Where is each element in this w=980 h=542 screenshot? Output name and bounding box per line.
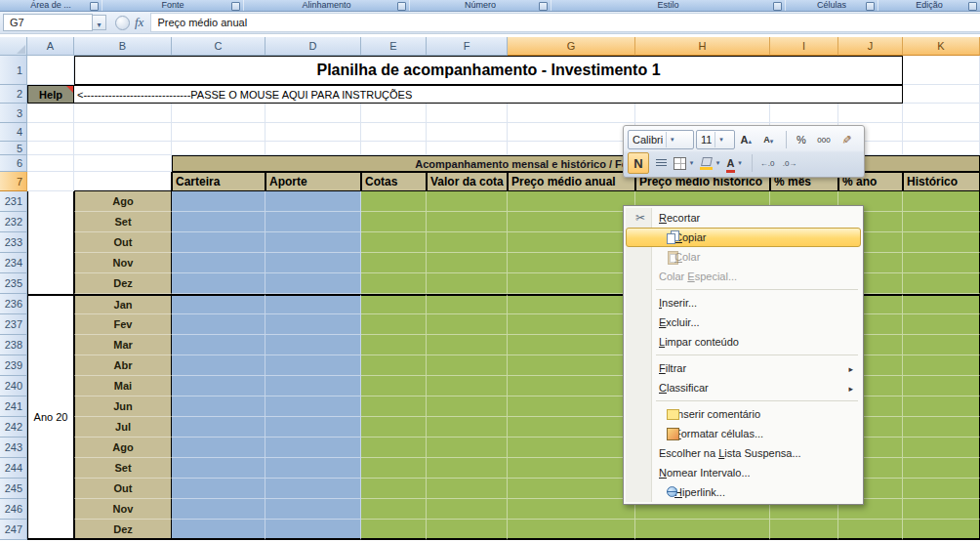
cell-D241[interactable] [265,396,361,417]
column-header-B[interactable]: B [74,37,172,56]
cell-F245[interactable] [427,479,508,499]
cell-G5[interactable] [508,142,635,155]
cell-G247[interactable] [508,520,635,540]
percent-style-button[interactable]: % [791,129,812,150]
row-header-239[interactable]: 239 [0,355,27,376]
cell-B234[interactable]: Nov [74,253,172,273]
column-header-J[interactable]: J [838,37,903,56]
cell-G234[interactable] [508,253,635,273]
row-header-238[interactable]: 238 [0,335,27,355]
cell-G241[interactable] [508,396,635,417]
column-header-A[interactable]: A [27,37,74,56]
grow-font-button[interactable]: A [737,129,758,150]
cell-C239[interactable] [172,355,265,376]
cell-G239[interactable] [508,355,635,376]
align-center-button[interactable] [650,152,672,174]
cell-K231[interactable] [903,191,980,212]
menu-item-hiperlink[interactable]: Hiperlink... [626,482,861,502]
cell-F243[interactable] [427,438,508,458]
cell-E242[interactable] [361,417,427,438]
cell-C232[interactable] [172,212,265,232]
cell-C246[interactable] [172,499,265,520]
cell-E4[interactable] [361,123,427,142]
row-header-236[interactable]: 236 [0,294,27,314]
cell-D231[interactable] [265,191,361,212]
row-header-243[interactable]: 243 [0,438,27,458]
cell-E247[interactable] [361,520,427,540]
cell-K4[interactable] [903,123,980,142]
dialog-launcher-icon[interactable] [968,2,977,11]
cell-F231[interactable] [427,191,508,212]
format-painter-button[interactable] [836,129,857,150]
cell-H3[interactable] [635,104,770,123]
table-header-valor-da-cota[interactable]: Valor da cota [427,172,508,191]
cell-F239[interactable] [427,355,508,376]
column-header-F[interactable]: F [427,37,508,56]
cell-D3[interactable] [265,104,361,123]
cell-C238[interactable] [172,335,265,355]
row-header-246[interactable]: 246 [0,499,27,520]
cell-G238[interactable] [508,335,635,355]
decrease-decimal-button[interactable]: .0→ [779,152,800,174]
cell-G231[interactable] [508,191,635,212]
cell-G236[interactable] [508,294,635,314]
cell-G232[interactable] [508,212,635,232]
row-header-247[interactable]: 247 [0,520,27,540]
ribbon-group-alinhamento[interactable]: Alinhamento [244,0,410,11]
row-header-237[interactable]: 237 [0,314,27,335]
cell-G4[interactable] [508,123,635,142]
column-header-D[interactable]: D [265,37,361,56]
cell-B240[interactable]: Mai [74,376,172,396]
row-header-5[interactable]: 5 [0,142,27,155]
row-header-245[interactable]: 245 [0,479,27,499]
cell-G240[interactable] [508,376,635,396]
menu-item-recortar[interactable]: Recortar [626,208,861,228]
cell-G243[interactable] [508,438,635,458]
cell-K242[interactable] [903,417,980,438]
cell-A3[interactable] [27,104,74,123]
menu-item-nomear-intervalo[interactable]: Nomear Intervalo... [626,463,861,482]
shrink-font-button[interactable]: A [759,129,781,150]
menu-item-copiar[interactable]: Copiar [626,228,861,247]
cell-K246[interactable] [903,499,980,520]
cell-E233[interactable] [361,232,427,253]
cell-C245[interactable] [172,479,265,499]
cell-K245[interactable] [903,479,980,499]
cell-C241[interactable] [172,396,265,417]
cell-F246[interactable] [427,499,508,520]
cell-H247[interactable] [635,520,770,540]
cell-F244[interactable] [427,458,508,479]
cell-G245[interactable] [508,479,635,499]
cell-E236[interactable] [361,294,427,314]
cell-K5[interactable] [903,142,980,155]
cell-F3[interactable] [427,104,508,123]
cell-F237[interactable] [427,314,508,335]
menu-item-inserir[interactable]: Inserir... [626,293,861,313]
cell-E237[interactable] [361,314,427,335]
menu-item-classificar[interactable]: Classificar [626,378,861,397]
row-header-244[interactable]: 244 [0,458,27,479]
cell-K243[interactable] [903,438,980,458]
menu-item-inserir-comentario[interactable]: Inserir comentário [626,404,861,424]
cell-K241[interactable] [903,396,980,417]
cell-E231[interactable] [361,191,427,212]
menu-item-colar[interactable]: Colar [626,247,861,267]
cell-I247[interactable] [770,520,838,540]
cell-E240[interactable] [361,376,427,396]
cell-D247[interactable] [265,520,361,540]
row-header-7[interactable]: 7 [0,172,27,191]
cell-C244[interactable] [172,458,265,479]
cell-C234[interactable] [172,253,265,273]
menu-item-excluir[interactable]: Excluir... [626,313,861,332]
row-header-233[interactable]: 233 [0,232,27,253]
row-header-1[interactable]: 1 [0,56,27,85]
cell-E243[interactable] [361,438,427,458]
cell-D243[interactable] [265,438,361,458]
cell-D242[interactable] [265,417,361,438]
cell-B236[interactable]: Jan [74,294,172,314]
menu-item-formatar-celulas[interactable]: Formatar células... [626,424,861,443]
cell-B7[interactable] [74,172,172,191]
name-box[interactable]: G7 [3,14,93,31]
cell-D240[interactable] [265,376,361,396]
select-all-corner[interactable] [0,37,27,56]
